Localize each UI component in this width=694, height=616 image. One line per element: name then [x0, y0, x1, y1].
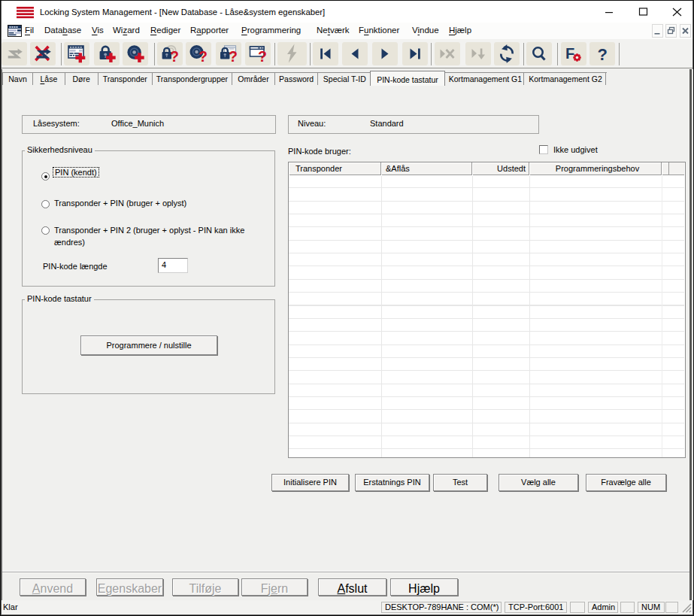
svg-text:?: ? — [199, 48, 208, 65]
svg-text:F: F — [565, 45, 574, 62]
svg-text:?: ? — [229, 48, 238, 65]
svg-text:?: ? — [598, 45, 608, 64]
svg-text:?: ? — [258, 48, 267, 65]
svg-text:?: ? — [170, 48, 179, 65]
